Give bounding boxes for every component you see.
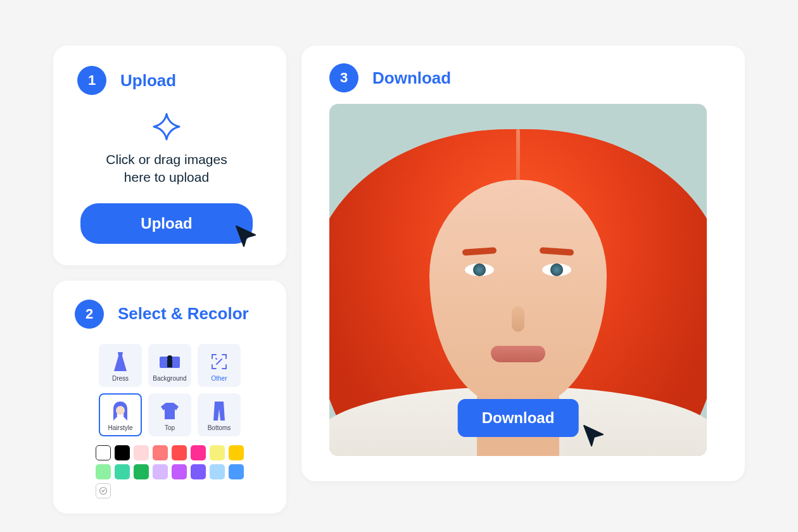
- bottoms-icon: [200, 398, 238, 424]
- swatch-lemon[interactable]: [210, 445, 225, 460]
- upload-hint-line1: Click or drag images: [106, 152, 227, 167]
- category-background[interactable]: Background: [148, 344, 191, 387]
- svg-point-1: [167, 355, 172, 360]
- background-icon: [151, 349, 189, 375]
- category-label: Bottoms: [208, 424, 231, 431]
- preview-nose: [512, 307, 524, 332]
- download-button-label: Download: [482, 409, 555, 426]
- step-badge-2: 2: [75, 300, 104, 329]
- swatch-yellow[interactable]: [229, 445, 244, 460]
- upload-button-label: Upload: [141, 215, 192, 232]
- swatch-black[interactable]: [115, 445, 130, 460]
- step-title-upload: Upload: [120, 71, 176, 91]
- upload-button[interactable]: Upload: [80, 203, 253, 244]
- step-title-select: Select & Recolor: [118, 304, 249, 324]
- cursor-icon: [581, 423, 607, 451]
- category-label: Dress: [112, 375, 129, 382]
- swatch-blue[interactable]: [229, 464, 244, 479]
- swatch-green[interactable]: [134, 464, 149, 479]
- swatch-more[interactable]: [96, 483, 111, 498]
- category-grid: Dress Background: [75, 344, 265, 436]
- swatch-row-1: [75, 445, 265, 460]
- category-label: Hairstyle: [108, 424, 133, 431]
- preview-brow: [540, 247, 574, 256]
- step-badge-1: 1: [77, 66, 106, 95]
- upload-card: 1 Upload Click or drag images here to up…: [53, 46, 286, 265]
- upload-hint-line2: here to upload: [124, 170, 209, 184]
- download-button[interactable]: Download: [458, 399, 579, 437]
- swatch-salmon[interactable]: [153, 445, 168, 460]
- result-preview: Download: [329, 104, 707, 456]
- swatch-row-2: [75, 464, 265, 498]
- upload-hint: Click or drag images here to upload: [77, 151, 256, 187]
- plus-icon: [153, 113, 180, 143]
- swatch-lilac[interactable]: [153, 464, 168, 479]
- preview-eye: [465, 263, 494, 276]
- dress-icon: [101, 349, 139, 375]
- swatch-lightpink[interactable]: [134, 445, 149, 460]
- swatch-pink[interactable]: [191, 445, 206, 460]
- category-label: Background: [153, 375, 186, 382]
- swatch-purple[interactable]: [172, 464, 187, 479]
- step-badge-3: 3: [329, 63, 358, 92]
- step-header-upload: 1 Upload: [77, 66, 256, 95]
- select-card: 2 Select & Recolor Dress: [53, 281, 286, 514]
- step-header-download: 3 Download: [329, 63, 723, 92]
- swatch-white[interactable]: [96, 445, 111, 460]
- hairstyle-icon: [101, 398, 139, 424]
- svg-point-3: [116, 406, 125, 415]
- preview-lips: [491, 346, 545, 362]
- swatch-teal[interactable]: [115, 464, 130, 479]
- swatch-mint[interactable]: [96, 464, 111, 479]
- category-label: Top: [165, 424, 175, 431]
- top-icon: [151, 398, 189, 424]
- swatch-red[interactable]: [172, 445, 187, 460]
- category-hairstyle[interactable]: Hairstyle: [99, 393, 142, 436]
- swatch-sky[interactable]: [210, 464, 225, 479]
- category-other[interactable]: Other: [198, 344, 241, 387]
- category-bottoms[interactable]: Bottoms: [198, 393, 241, 436]
- preview-hair-part: [516, 129, 520, 231]
- download-card: 3 Download Download: [301, 46, 745, 481]
- category-dress[interactable]: Dress: [99, 344, 142, 387]
- svg-rect-2: [167, 360, 172, 367]
- swatch-violet[interactable]: [191, 464, 206, 479]
- preview-eye: [542, 263, 571, 276]
- category-label: Other: [211, 375, 227, 382]
- step-title-download: Download: [372, 68, 451, 88]
- page-layout: 1 Upload Click or drag images here to up…: [53, 46, 745, 514]
- cursor-icon: [234, 224, 259, 253]
- preview-brow: [462, 247, 497, 256]
- upload-dropzone[interactable]: Click or drag images here to upload: [77, 113, 256, 187]
- category-top[interactable]: Top: [148, 393, 191, 436]
- other-icon: [200, 349, 238, 375]
- step-header-select: 2 Select & Recolor: [75, 300, 265, 329]
- left-column: 1 Upload Click or drag images here to up…: [53, 46, 286, 514]
